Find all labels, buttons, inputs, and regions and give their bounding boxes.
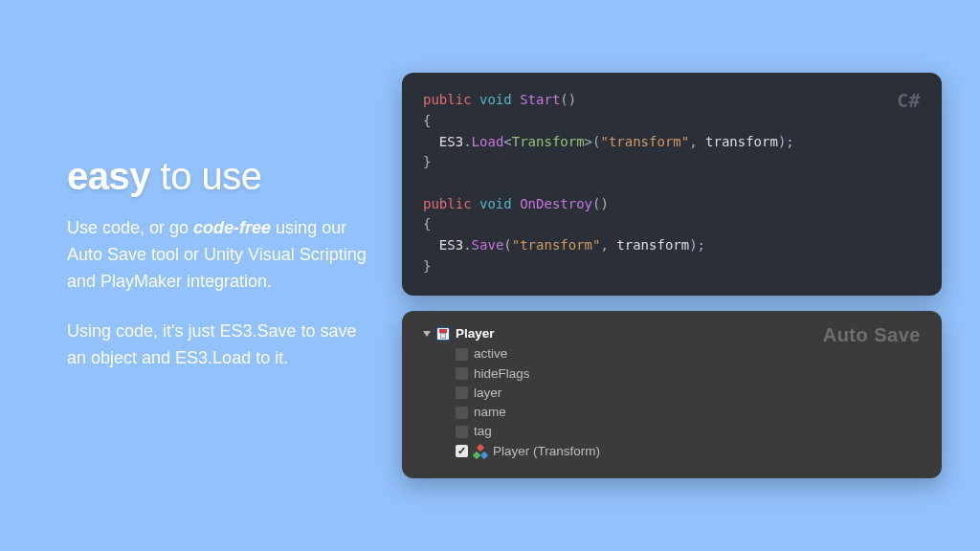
tree-row-label: layer bbox=[474, 384, 501, 403]
expand-triangle-icon[interactable] bbox=[423, 331, 431, 337]
marketing-copy: easy to use Use code, or go code-free us… bbox=[67, 156, 373, 394]
tree-row-label: active bbox=[474, 344, 507, 364]
autosave-badge: Auto Save bbox=[823, 324, 921, 346]
tree-row-label: Player (Transform) bbox=[493, 442, 600, 461]
checkbox[interactable] bbox=[456, 348, 468, 361]
code-free-em: code-free bbox=[193, 218, 271, 237]
paragraph-1: Use code, or go code-free using our Auto… bbox=[67, 215, 373, 296]
code-block: public void Start() { ES3.Load<Transform… bbox=[423, 90, 921, 276]
tree-children: activehideFlagslayernametagPlayer (Trans… bbox=[423, 344, 921, 461]
headline-rest: to use bbox=[150, 155, 262, 197]
tree-row[interactable]: active bbox=[456, 344, 921, 364]
tree-row[interactable]: name bbox=[456, 403, 921, 422]
tree-row-label: hideFlags bbox=[474, 364, 530, 384]
tree-root-label: Player bbox=[456, 326, 495, 341]
headline: easy to use bbox=[67, 156, 373, 196]
checkbox[interactable] bbox=[456, 445, 468, 457]
checkbox[interactable] bbox=[456, 426, 468, 438]
paragraph-2: Using code, it's just ES3.Save to save a… bbox=[67, 319, 373, 372]
headline-bold: easy bbox=[67, 155, 150, 197]
tree-row[interactable]: hideFlags bbox=[456, 364, 921, 384]
tree-row[interactable]: layer bbox=[456, 384, 921, 403]
code-sample-panel: C# public void Start() { ES3.Load<Transf… bbox=[402, 73, 942, 296]
tree-row[interactable]: tag bbox=[456, 422, 921, 441]
transform-icon bbox=[474, 445, 487, 458]
save-disk-icon bbox=[436, 327, 450, 341]
tree-row[interactable]: Player (Transform) bbox=[456, 442, 921, 461]
code-lang-badge: C# bbox=[897, 86, 921, 116]
tree-row-label: name bbox=[474, 403, 506, 422]
checkbox[interactable] bbox=[456, 386, 468, 399]
demo-column: C# public void Start() { ES3.Load<Transf… bbox=[402, 73, 942, 478]
tree-row-label: tag bbox=[474, 422, 492, 441]
checkbox[interactable] bbox=[456, 367, 468, 380]
autosave-panel: Auto Save Player activehideFlagslayernam… bbox=[402, 311, 942, 478]
checkbox[interactable] bbox=[456, 407, 468, 419]
